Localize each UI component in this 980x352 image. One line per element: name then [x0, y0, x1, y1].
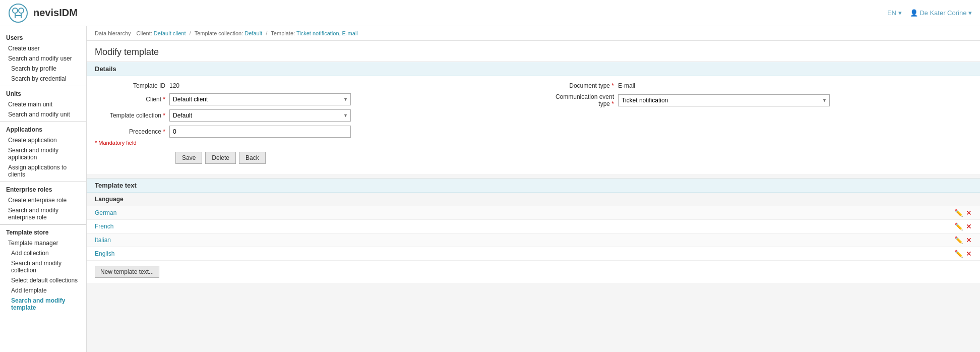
language-selector[interactable]: EN ▾ [887, 9, 902, 17]
svg-point-2 [19, 8, 24, 13]
sidebar-section-enterprise: Enterprise roles [0, 182, 86, 195]
sidebar-item-add-template[interactable]: Add template [0, 285, 86, 296]
sidebar-item-template-manager[interactable]: Template manager [0, 238, 86, 248]
sidebar: Users Create user Search and modify user… [0, 26, 87, 352]
breadcrumb-client-link[interactable]: Default client [154, 30, 186, 36]
language-column-header: Language [87, 193, 980, 206]
sidebar-section-units: Units [0, 86, 86, 99]
breadcrumb-template-link[interactable]: Ticket notification, E-mail [296, 30, 358, 36]
language-link-german[interactable]: German [95, 209, 116, 216]
delete-icon-german[interactable]: ✕ [966, 209, 972, 217]
form-left: Template ID 120 Client * Default client [95, 82, 523, 138]
language-link-french[interactable]: French [95, 223, 113, 230]
language-row-german: German ✏️ ✕ [87, 206, 980, 220]
client-select-wrapper: Default client [169, 93, 351, 105]
client-label: Client * [95, 96, 165, 103]
sidebar-item-assign-applications[interactable]: Assign applications to clients [0, 162, 86, 180]
delete-icon-italian[interactable]: ✕ [966, 236, 972, 244]
language-actions-german: ✏️ ✕ [954, 209, 972, 217]
language-link-english[interactable]: English [95, 250, 114, 257]
details-header: Details [87, 62, 980, 76]
sidebar-item-create-user[interactable]: Create user [0, 43, 86, 53]
sidebar-item-search-modify-application[interactable]: Search and modify application [0, 145, 86, 162]
communication-event-type-row: Communication event type * Ticket notifi… [543, 93, 972, 107]
document-type-label: Document type * [543, 82, 614, 89]
template-collection-row: Template collection * Default [95, 109, 523, 122]
sidebar-item-search-modify-template[interactable]: Search and modify template [0, 296, 86, 313]
language-row-english: English ✏️ ✕ [87, 247, 980, 261]
sidebar-item-search-by-credential[interactable]: Search by credential [0, 74, 86, 84]
language-actions-french: ✏️ ✕ [954, 222, 972, 230]
breadcrumb-data-hierarchy-label: Data hierarchy [95, 30, 131, 36]
edit-icon-english[interactable]: ✏️ [954, 250, 963, 258]
sidebar-item-create-main-unit[interactable]: Create main unit [0, 99, 86, 109]
client-row: Client * Default client [95, 93, 523, 105]
form-grid: Template ID 120 Client * Default client [95, 82, 972, 138]
language-actions-italian: ✏️ ✕ [954, 236, 972, 244]
sidebar-item-add-collection[interactable]: Add collection [0, 248, 86, 258]
template-text-header: Template text [87, 179, 980, 193]
sidebar-item-search-modify-unit[interactable]: Search and modify unit [0, 109, 86, 120]
precedence-label: Precedence * [95, 128, 165, 135]
template-id-row: Template ID 120 [95, 82, 523, 89]
client-select[interactable]: Default client [169, 93, 351, 105]
page-title: Modify template [87, 41, 980, 62]
sidebar-item-select-default-collections[interactable]: Select default collections [0, 275, 86, 285]
save-button[interactable]: Save [175, 152, 202, 164]
delete-icon-french[interactable]: ✕ [966, 222, 972, 230]
language-row-italian: Italian ✏️ ✕ [87, 233, 980, 247]
top-right-area: EN ▾ 👤 De Kater Corine ▾ [887, 9, 972, 17]
new-template-text-button[interactable]: New template text... [95, 266, 159, 278]
details-body: Template ID 120 Client * Default client [87, 76, 980, 174]
sidebar-item-create-enterprise-role[interactable]: Create enterprise role [0, 195, 86, 205]
main-content: Data hierarchy Client: Default client / … [87, 26, 980, 352]
logo-icon [8, 3, 28, 23]
sidebar-section-users: Users [0, 30, 86, 43]
edit-icon-french[interactable]: ✏️ [954, 222, 963, 230]
communication-event-type-select[interactable]: Ticket notification [618, 94, 830, 106]
sidebar-item-search-modify-collection[interactable]: Search and modify collection [0, 258, 86, 275]
precedence-input[interactable] [169, 126, 351, 138]
form-right: Document type * E-mail Communication eve… [543, 82, 972, 138]
edit-icon-italian[interactable]: ✏️ [954, 236, 963, 244]
user-menu[interactable]: 👤 De Kater Corine ▾ [910, 9, 972, 17]
precedence-row: Precedence * [95, 126, 523, 138]
template-collection-label: Template collection * [95, 112, 165, 119]
communication-event-type-select-wrapper: Ticket notification [618, 94, 830, 106]
sidebar-section-template-store: Template store [0, 224, 86, 238]
sidebar-item-search-modify-user[interactable]: Search and modify user [0, 53, 86, 64]
template-id-label: Template ID [95, 82, 165, 89]
mandatory-note: * Mandatory field [95, 138, 972, 150]
back-button[interactable]: Back [239, 152, 266, 164]
main-layout: Users Create user Search and modify user… [0, 26, 980, 352]
details-section: Details Template ID 120 Client * [87, 62, 980, 174]
language-link-italian[interactable]: Italian [95, 237, 111, 244]
sidebar-section-applications: Applications [0, 122, 86, 135]
user-icon: 👤 [910, 9, 920, 17]
breadcrumb-collection-link[interactable]: Default [244, 30, 262, 36]
template-collection-select-wrapper: Default [169, 109, 351, 122]
sidebar-item-search-modify-enterprise-role[interactable]: Search and modify enterprise role [0, 205, 86, 222]
language-actions-english: ✏️ ✕ [954, 250, 972, 258]
edit-icon-german[interactable]: ✏️ [954, 209, 963, 217]
svg-point-0 [9, 4, 27, 22]
language-row-french: French ✏️ ✕ [87, 220, 980, 233]
app-title: nevisIDM [33, 7, 78, 19]
delete-icon-english[interactable]: ✕ [966, 250, 972, 258]
template-text-section: Template text Language German ✏️ ✕ Frenc… [87, 178, 980, 283]
delete-button[interactable]: Delete [205, 152, 236, 164]
logo-area: nevisIDM [8, 3, 78, 23]
document-type-row: Document type * E-mail [543, 82, 972, 89]
breadcrumb: Data hierarchy Client: Default client / … [87, 26, 980, 41]
top-navigation: nevisIDM EN ▾ 👤 De Kater Corine ▾ [0, 0, 980, 26]
communication-event-type-label: Communication event type * [543, 93, 614, 107]
svg-point-1 [13, 8, 18, 13]
form-buttons: Save Delete Back [95, 150, 972, 168]
sidebar-item-create-application[interactable]: Create application [0, 135, 86, 145]
template-collection-select[interactable]: Default [169, 109, 351, 122]
document-type-value: E-mail [618, 82, 635, 89]
sidebar-item-search-by-profile[interactable]: Search by profile [0, 64, 86, 74]
user-name: De Kater Corine ▾ [920, 9, 972, 17]
template-id-value: 120 [169, 82, 179, 89]
